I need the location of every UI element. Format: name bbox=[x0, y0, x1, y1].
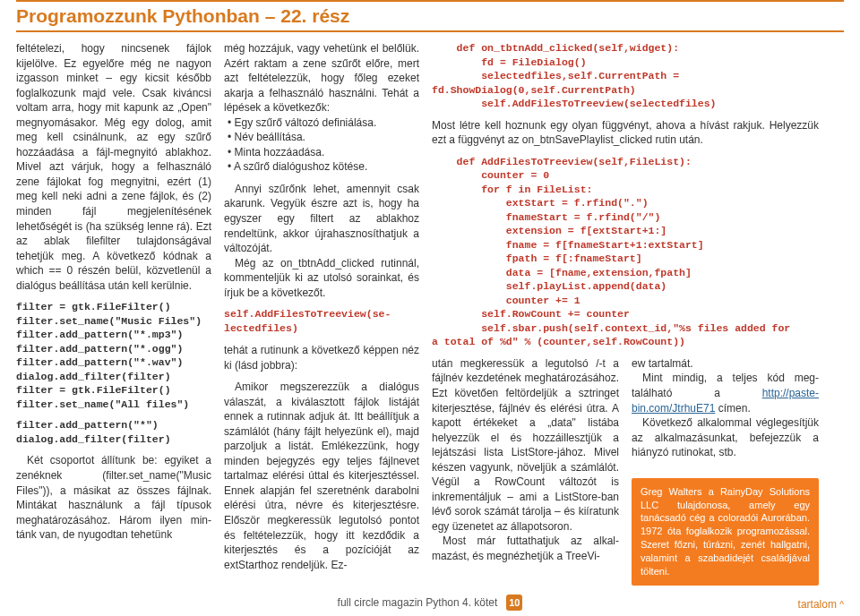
paragraph: még hozzájuk, vagy vehetünk el belő­lük.… bbox=[224, 41, 419, 116]
sub-column-2: ew tartalmát. Mint mindig, a teljes kód … bbox=[632, 356, 819, 586]
code-block: def on_tbtnAdd_clicked(self,widget): fd … bbox=[432, 41, 819, 111]
magazine-name: full circle magazin Python 4. kötet bbox=[338, 596, 498, 609]
toc-link[interactable]: tartalom ^ bbox=[798, 598, 844, 611]
toc-label: tartalom bbox=[798, 598, 837, 611]
column-2: még hozzájuk, vagy vehetünk el belő­lük.… bbox=[224, 41, 419, 586]
paragraph: Következő alkalommal végle­gesítjük az a… bbox=[632, 415, 819, 460]
column-1: feltételezi, hogy nincsenek fájlok kijel… bbox=[16, 41, 211, 586]
paragraph: tehát a rutinunk a következő kép­pen néz… bbox=[224, 343, 419, 372]
sub-column-1: után megkeressük a legutolsó /-t a fájln… bbox=[432, 356, 619, 586]
caret-up-icon: ^ bbox=[839, 600, 844, 610]
page-number-badge: 10 bbox=[506, 595, 522, 611]
list-item: Egy szűrő változó definiálása. bbox=[228, 116, 419, 131]
code-block: def AddFilesToTreeview(self,FileList): c… bbox=[432, 155, 819, 349]
paragraph: ew tartalmát. bbox=[632, 356, 819, 372]
article-body: feltételezi, hogy nincsenek fájlok kijel… bbox=[0, 41, 860, 586]
page-number: 10 bbox=[509, 597, 520, 608]
paragraph: Most már futtathatjuk az alkal­mazást, é… bbox=[432, 534, 619, 563]
list-item: A szűrő dialógushoz kötése. bbox=[228, 159, 419, 175]
code-inline: self.AddFilesToTreeview(se­lectedfiles) bbox=[224, 307, 419, 336]
text: címen. bbox=[715, 402, 750, 415]
paragraph: Amikor megszerezzük a dialógus válaszát,… bbox=[224, 380, 419, 572]
paragraph: feltételezi, hogy nincsenek fájlok kijel… bbox=[16, 41, 211, 293]
paragraph: Mint mindig, a teljes kód meg­található … bbox=[632, 371, 819, 415]
list-item: Minta hozzáadása. bbox=[228, 145, 419, 160]
article-title: Programozzunk Pythonban – 22. rész bbox=[16, 5, 844, 27]
code-block: filter.add_pattern("*") dialog.add_filte… bbox=[16, 418, 211, 446]
paragraph: után megkeressük a legutolsó /-t a fájln… bbox=[432, 356, 619, 535]
code-block: filter = gtk.FileFilter() filter.set_nam… bbox=[16, 300, 211, 411]
page-footer: full circle magazin Python 4. kötet 10 bbox=[0, 595, 860, 611]
bullet-list: Egy szűrő változó definiálása. Név beáll… bbox=[224, 116, 419, 175]
paragraph: Most létre kell hoznunk egy olyan függvé… bbox=[432, 118, 819, 148]
paragraph: Annyi szűrőnk lehet, amennyit csak akaru… bbox=[224, 182, 419, 256]
paragraph: Két csoportot állítunk be: egyiket a zen… bbox=[16, 453, 211, 542]
article-header: Programozzunk Pythonban – 22. rész bbox=[16, 0, 844, 32]
list-item: Név beállítása. bbox=[228, 130, 419, 145]
paragraph: Még az on_tbtnAdd_clicked ru­tinnál, kom… bbox=[224, 256, 419, 301]
author-bio-text: Greg Walters a RainyDay Solutions LLC tu… bbox=[641, 486, 810, 577]
author-bio: Greg Walters a RainyDay Solutions LLC tu… bbox=[632, 478, 819, 586]
sub-columns: után megkeressük a legutolsó /-t a fájln… bbox=[432, 356, 819, 586]
column-3: def on_tbtnAdd_clicked(self,widget): fd … bbox=[432, 41, 819, 586]
